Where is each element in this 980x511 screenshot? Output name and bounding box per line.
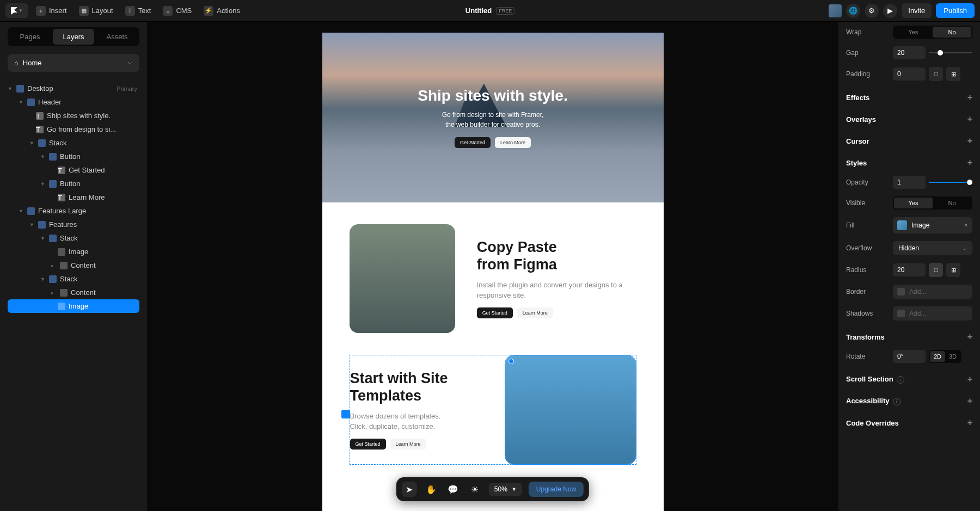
shadows-add[interactable]: Add... xyxy=(893,306,972,321)
hero-subtitle[interactable]: Go from design to site with Framer,the w… xyxy=(442,110,544,130)
tab-assets[interactable]: Assets xyxy=(96,29,138,45)
layer-stack-2[interactable]: ▼Stack xyxy=(8,231,139,245)
chevron-down-icon: ▼ xyxy=(512,487,517,492)
layer-text-1[interactable]: TShip sites with style. xyxy=(8,109,139,122)
feature-row-1[interactable]: Copy Pastefrom Figma Install the plugin … xyxy=(322,202,664,355)
panel-tabs: Pages Layers Assets xyxy=(8,27,139,46)
layer-learn-more[interactable]: TLearn More xyxy=(8,190,139,204)
wrap-toggle[interactable]: YesNo xyxy=(893,26,972,39)
feat2-get-started[interactable]: Get Started xyxy=(350,439,386,450)
user-avatar[interactable] xyxy=(829,4,842,17)
topbar: ▼ +Insert ▦Layout TText ≡CMS ⚡Actions Un… xyxy=(0,0,980,22)
gap-input[interactable] xyxy=(893,46,926,59)
radius-uniform-icon[interactable]: □ xyxy=(929,263,943,277)
text-button[interactable]: TText xyxy=(121,3,156,19)
layer-get-started[interactable]: TGet Started xyxy=(8,163,139,177)
feat1-learn-more[interactable]: Learn More xyxy=(517,307,553,318)
layer-stack-1[interactable]: ▼Stack xyxy=(8,136,139,150)
settings-icon[interactable]: ⚙ xyxy=(865,4,879,18)
feature-image-2-selected[interactable] xyxy=(505,355,636,464)
canvas-area[interactable]: Ship sites with style. Go from design to… xyxy=(147,22,838,511)
layer-content-2[interactable]: ▸Content xyxy=(8,286,139,299)
upgrade-button[interactable]: Upgrade Now xyxy=(529,482,584,497)
comment-tool-icon[interactable]: 💬 xyxy=(445,482,461,497)
fill-label: Fill xyxy=(846,221,887,229)
layer-stack-3[interactable]: ▼Stack xyxy=(8,272,139,286)
feature-image-1[interactable] xyxy=(350,224,455,333)
gap-slider[interactable]: .slider::after{left:var(--p,0)} xyxy=(929,52,972,53)
remove-fill-icon[interactable]: × xyxy=(964,221,968,229)
publish-button[interactable]: Publish xyxy=(936,3,975,18)
globe-icon[interactable]: 🌐 xyxy=(846,4,860,18)
info-icon[interactable]: i xyxy=(897,376,904,384)
hero-get-started[interactable]: Get Started xyxy=(455,137,491,148)
feature-1-title[interactable]: Copy Pastefrom Figma xyxy=(477,239,636,273)
layout-button[interactable]: ▦Layout xyxy=(75,3,118,19)
feature-row-2-selected[interactable]: Start with SiteTemplates Browse dozens o… xyxy=(350,355,636,465)
add-code-button[interactable]: + xyxy=(967,418,972,428)
add-style-button[interactable]: + xyxy=(967,158,972,168)
page-selector[interactable]: ⌂ Home xyxy=(8,54,139,72)
add-a11y-button[interactable]: + xyxy=(967,396,972,406)
layer-image-1[interactable]: Image xyxy=(8,245,139,258)
shadows-label: Shadows xyxy=(846,310,887,317)
layer-button-2[interactable]: ▼Button xyxy=(8,177,139,190)
layer-text-2[interactable]: TGo from design to si... xyxy=(8,122,139,136)
add-transform-button[interactable]: + xyxy=(967,332,972,342)
theme-icon[interactable]: ☀ xyxy=(467,482,482,497)
add-scroll-button[interactable]: + xyxy=(967,374,972,384)
tab-pages[interactable]: Pages xyxy=(9,29,51,45)
zoom-control[interactable]: 50%▼ xyxy=(489,483,522,496)
feat2-learn-more[interactable]: Learn More xyxy=(390,439,426,450)
hero-title[interactable]: Ship sites with style. xyxy=(418,87,567,104)
rotate-mode-toggle[interactable]: 2D3D xyxy=(929,350,961,363)
opacity-input[interactable] xyxy=(893,176,926,189)
hand-tool-icon[interactable]: ✋ xyxy=(424,482,439,497)
feature-2-desc[interactable]: Browse dozens of templates.Click, duplic… xyxy=(350,411,483,432)
padding-separate-icon[interactable]: ⊞ xyxy=(946,67,960,81)
selection-handle-icon[interactable] xyxy=(341,410,350,418)
cursor-tool-icon[interactable]: ➤ xyxy=(402,482,417,497)
scroll-section-header: Scroll Sectioni xyxy=(846,375,904,384)
cms-button[interactable]: ≡CMS xyxy=(158,3,196,19)
layer-features[interactable]: ▼Features xyxy=(8,218,139,231)
info-icon[interactable]: i xyxy=(893,398,901,405)
hero-section[interactable]: Ship sites with style. Go from design to… xyxy=(322,33,664,202)
actions-button[interactable]: ⚡Actions xyxy=(199,3,244,19)
layer-image-selected[interactable]: Image xyxy=(8,299,139,313)
layer-desktop[interactable]: ▼DesktopPrimary xyxy=(8,82,139,95)
feature-2-title[interactable]: Start with SiteTemplates xyxy=(350,370,483,404)
layer-button-1[interactable]: ▼Button xyxy=(8,150,139,163)
app-logo-button[interactable]: ▼ xyxy=(5,3,28,18)
opacity-slider[interactable] xyxy=(929,182,972,183)
padding-input[interactable] xyxy=(893,67,926,81)
padding-uniform-icon[interactable]: □ xyxy=(929,67,943,81)
opacity-label: Opacity xyxy=(846,178,887,186)
layer-header[interactable]: ▼Header xyxy=(8,95,139,109)
insert-button[interactable]: +Insert xyxy=(32,3,71,19)
rotate-input[interactable] xyxy=(893,350,926,363)
left-panel: Pages Layers Assets ⌂ Home ▼DesktopPrima… xyxy=(0,22,147,511)
overflow-select[interactable]: Hidden⌄ xyxy=(893,241,972,255)
add-cursor-button[interactable]: + xyxy=(967,136,972,146)
add-overlay-button[interactable]: + xyxy=(967,114,972,124)
canvas[interactable]: Ship sites with style. Go from design to… xyxy=(322,33,664,511)
visible-toggle[interactable]: YesNo xyxy=(893,196,972,210)
play-icon[interactable]: ▶ xyxy=(883,4,897,18)
layer-content-1[interactable]: ▸Content xyxy=(8,258,139,272)
border-add[interactable]: Add... xyxy=(893,285,972,299)
radius-input[interactable] xyxy=(893,263,926,276)
hero-learn-more[interactable]: Learn More xyxy=(495,137,531,148)
fill-thumbnail-icon xyxy=(897,220,907,230)
padding-label: Padding xyxy=(846,70,887,78)
add-effect-button[interactable]: + xyxy=(967,93,972,102)
document-title[interactable]: UntitledFREE xyxy=(465,7,514,15)
right-panel: WrapYesNo Gap.slider::after{left:var(--p… xyxy=(838,22,980,511)
feat1-get-started[interactable]: Get Started xyxy=(477,307,513,318)
tab-layers[interactable]: Layers xyxy=(53,29,94,45)
radius-separate-icon[interactable]: ⊞ xyxy=(946,263,960,277)
layer-features-large[interactable]: ▼Features Large xyxy=(8,204,139,218)
invite-button[interactable]: Invite xyxy=(902,3,932,18)
fill-control[interactable]: Image× xyxy=(893,217,972,233)
feature-1-desc[interactable]: Install the plugin and convert your desi… xyxy=(477,280,636,301)
